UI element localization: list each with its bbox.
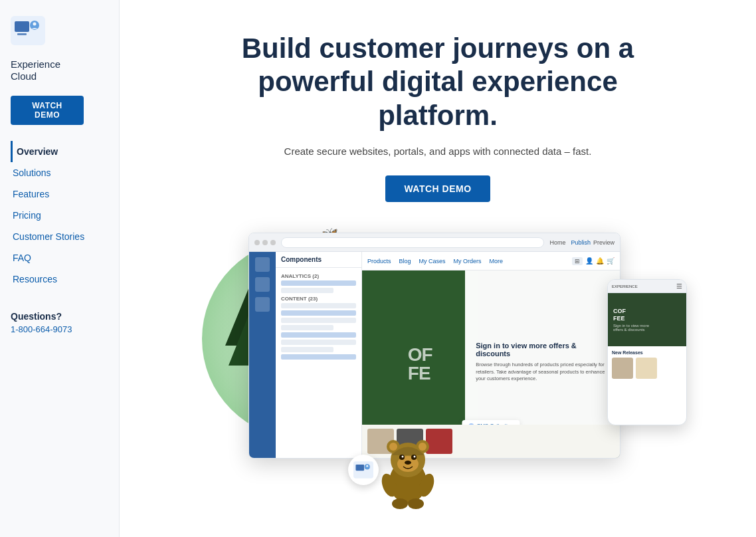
hero-image-area: 🦋 Home Publish Preview bbox=[189, 226, 687, 512]
browser-url-bar bbox=[281, 237, 544, 248]
mobile-frame: EXPERIENCE ☰ COFFEE Sign in to view more… bbox=[607, 279, 687, 425]
svg-point-26 bbox=[392, 498, 408, 509]
component-item-1 bbox=[281, 280, 356, 286]
floating-badge-icon bbox=[353, 461, 373, 479]
component-item-2 bbox=[281, 288, 333, 293]
component-section-content: CONTENT (23) bbox=[281, 296, 356, 302]
sidebar-item-pricing[interactable]: Pricing bbox=[11, 205, 108, 226]
mobile-product-row bbox=[612, 358, 682, 379]
questions-label: Questions? bbox=[11, 311, 108, 322]
topbar-person-icon: 👤 bbox=[585, 257, 593, 265]
panel-icon-1 bbox=[255, 257, 270, 272]
sidebar-link-solutions[interactable]: Solutions bbox=[13, 167, 51, 178]
hero-subtitle: Create secure websites, portals, and app… bbox=[284, 146, 592, 157]
sidebar-link-features[interactable]: Features bbox=[13, 189, 49, 199]
sidebar-item-customer-stories[interactable]: Customer Stories bbox=[11, 226, 108, 247]
nav-list: Overview Solutions Features Pricing Cust… bbox=[11, 141, 108, 290]
browser-preview: Preview bbox=[593, 239, 614, 246]
experience-cloud-logo-icon bbox=[11, 16, 45, 45]
questions-section: Questions? 1-800-664-9073 bbox=[11, 311, 108, 334]
brand-name-container: Experience Cloud bbox=[11, 58, 108, 82]
mobile-new-releases-section: New Releases bbox=[608, 346, 686, 383]
components-header: Components bbox=[276, 252, 361, 268]
browser-dots bbox=[254, 240, 276, 245]
logo-container bbox=[11, 16, 108, 53]
topbar-bell-icon: 🔔 bbox=[596, 257, 604, 265]
sidebar-watch-demo-button[interactable]: WATCH DEMO bbox=[11, 96, 84, 125]
topbar-mycases: My Cases bbox=[419, 258, 446, 265]
signin-overlay-text: Browse through hundreds of products pric… bbox=[476, 362, 609, 383]
hero-watch-demo-button[interactable]: WATCH DEMO bbox=[385, 175, 490, 202]
component-item-9 bbox=[281, 347, 333, 352]
mobile-signin-text: Sign in to view moreoffers & discounts bbox=[613, 324, 681, 332]
browser-publish: Publish bbox=[571, 239, 591, 246]
sidebar-link-overview[interactable]: Overview bbox=[17, 146, 58, 157]
browser-tab-home: Home bbox=[549, 239, 565, 246]
sidebar-link-customer-stories[interactable]: Customer Stories bbox=[13, 231, 84, 242]
topbar-products: Products bbox=[367, 258, 391, 265]
sidebar-item-overview[interactable]: Overview bbox=[11, 141, 108, 162]
svg-point-23 bbox=[405, 461, 411, 465]
svg-point-17 bbox=[419, 443, 426, 451]
component-item-5 bbox=[281, 318, 356, 323]
signin-overlay-title: Sign in to view more offers & discounts bbox=[476, 342, 609, 358]
browser-toolbar: Home Publish Preview bbox=[249, 233, 620, 252]
browser-hero-text-large: OFFE bbox=[408, 346, 432, 383]
sidebar-item-resources[interactable]: Resources bbox=[11, 268, 108, 290]
floating-experience-badge bbox=[348, 455, 379, 485]
component-item-3 bbox=[281, 303, 356, 308]
browser-components-panel: Components ANALYTICS (2) CONTENT (23) bbox=[276, 252, 362, 458]
sidebar-link-pricing[interactable]: Pricing bbox=[13, 210, 41, 221]
mobile-product-2 bbox=[636, 358, 657, 379]
component-item-6 bbox=[281, 325, 333, 330]
component-item-4 bbox=[281, 310, 356, 316]
sidebar: Experience Cloud WATCH DEMO Overview Sol… bbox=[0, 0, 120, 537]
svg-point-11 bbox=[366, 465, 368, 467]
svg-point-4 bbox=[33, 23, 37, 26]
sidebar-nav: Overview Solutions Features Pricing Cust… bbox=[11, 141, 108, 290]
browser-dot-1 bbox=[254, 240, 260, 245]
mobile-hamburger-icon: ☰ bbox=[676, 282, 682, 290]
svg-point-21 bbox=[402, 456, 404, 458]
mobile-product-1 bbox=[612, 358, 633, 379]
component-item-10 bbox=[281, 354, 356, 360]
browser-actions: Publish Preview bbox=[571, 239, 614, 246]
component-section-analytics: ANALYTICS (2) bbox=[281, 273, 356, 279]
svg-point-22 bbox=[414, 456, 416, 458]
browser-topnav: Products Blog My Cases My Orders More ⊞ … bbox=[362, 252, 620, 270]
panel-icon-3 bbox=[255, 297, 270, 312]
mobile-new-releases-title: New Releases bbox=[612, 350, 682, 355]
mobile-logo-text: EXPERIENCE bbox=[612, 284, 674, 288]
panel-icon-2 bbox=[255, 277, 270, 292]
svg-rect-2 bbox=[17, 33, 27, 35]
svg-point-15 bbox=[389, 443, 397, 451]
main-content: Build customer journeys on a powerful di… bbox=[120, 0, 756, 537]
mascot-bear bbox=[375, 425, 441, 512]
mobile-hero-bg: COFFEE Sign in to view moreoffers & disc… bbox=[608, 293, 686, 346]
browser-dot-3 bbox=[270, 240, 276, 245]
phone-number: 1-800-664-9073 bbox=[11, 324, 108, 334]
svg-rect-9 bbox=[355, 465, 364, 471]
components-list: ANALYTICS (2) CONTENT (23) bbox=[276, 268, 361, 364]
brand-name-line1: Experience bbox=[11, 58, 108, 70]
topbar-cart-icon: 🛒 bbox=[607, 257, 614, 265]
topbar-myorders: My Orders bbox=[454, 258, 482, 265]
sidebar-link-faq[interactable]: FAQ bbox=[13, 253, 31, 263]
sidebar-item-solutions[interactable]: Solutions bbox=[11, 162, 108, 183]
sidebar-item-faq[interactable]: FAQ bbox=[11, 247, 108, 268]
component-item-7 bbox=[281, 332, 356, 338]
mobile-hero-title: COFFEE bbox=[613, 308, 681, 322]
mobile-topbar: EXPERIENCE ☰ bbox=[608, 280, 686, 293]
svg-point-27 bbox=[408, 498, 424, 509]
hero-title: Build customer journeys on a powerful di… bbox=[205, 32, 670, 132]
brand-name-line2: Cloud bbox=[11, 70, 108, 82]
component-item-8 bbox=[281, 340, 356, 345]
topbar-blog: Blog bbox=[399, 258, 411, 265]
svg-rect-1 bbox=[15, 21, 29, 32]
topbar-icons: ⊞ 👤 🔔 🛒 bbox=[572, 257, 614, 265]
sidebar-item-features[interactable]: Features bbox=[11, 183, 108, 205]
sidebar-link-resources[interactable]: Resources bbox=[13, 274, 57, 284]
browser-frame: Home Publish Preview Components ANAL bbox=[248, 233, 620, 459]
topbar-search-icon: ⊞ bbox=[572, 257, 583, 265]
browser-left-panel bbox=[249, 252, 276, 458]
